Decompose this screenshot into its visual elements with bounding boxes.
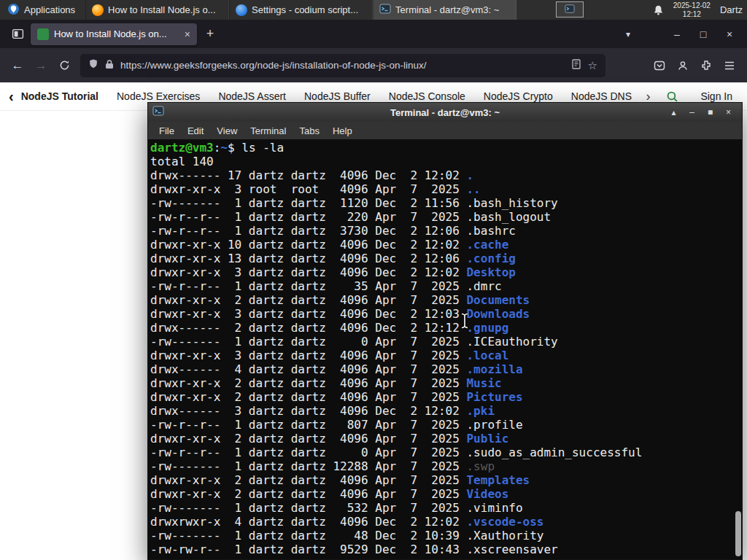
ls-file-name: .viminfo bbox=[466, 501, 522, 515]
nav-item-nodejs-exercises[interactable]: NodeJS Exercises bbox=[117, 90, 200, 102]
lock-icon[interactable] bbox=[105, 59, 114, 72]
taskbar-item-title: Settings - codium script... bbox=[252, 4, 366, 15]
ls-row-meta: drwxr-xr-x 2 dartz dartz 4096 Apr 7 2025 bbox=[150, 390, 466, 404]
ls-row: -rw------- 1 dartz dartz 12288 Apr 7 202… bbox=[150, 459, 742, 473]
gfg-favicon bbox=[37, 28, 49, 40]
ls-row: drwxr-xr-x 2 dartz dartz 4096 Apr 7 2025… bbox=[150, 390, 742, 404]
terminal-shade-button[interactable]: ▴ bbox=[665, 103, 683, 122]
terminal-titlebar[interactable]: Terminal - dartz@vm3: ~ ▴ – ■ × bbox=[148, 103, 742, 122]
list-all-tabs-icon[interactable]: ▾ bbox=[626, 29, 630, 39]
taskbar-item-firefox[interactable]: How to Install Node.js o... bbox=[85, 0, 229, 20]
nav-item-nodejs-dns[interactable]: NodeJS DNS bbox=[571, 90, 632, 102]
account-icon[interactable] bbox=[671, 54, 694, 77]
pocket-icon[interactable] bbox=[648, 54, 671, 77]
menu-view[interactable]: View bbox=[210, 123, 244, 139]
terminal-window-controls: ▴ – ■ × bbox=[665, 103, 738, 122]
reload-icon[interactable] bbox=[53, 54, 76, 77]
ls-row: -rw-r--r-- 1 dartz dartz 35 Apr 7 2025 .… bbox=[150, 279, 742, 293]
ls-row-meta: -rw------- 1 dartz dartz 532 Apr 7 2025 bbox=[150, 501, 466, 515]
forward-button[interactable]: → bbox=[29, 54, 53, 77]
terminal-maximize-button[interactable]: ■ bbox=[701, 103, 719, 122]
nav-item-nodejs-buffer[interactable]: NodeJS Buffer bbox=[304, 90, 371, 102]
menu-file[interactable]: File bbox=[152, 123, 181, 139]
ls-row-meta: -rw------- 1 dartz dartz 0 Apr 7 2025 bbox=[150, 335, 466, 349]
back-button[interactable]: ← bbox=[6, 54, 29, 77]
menu-help[interactable]: Help bbox=[326, 123, 359, 139]
ls-row-meta: drwx------ 3 dartz dartz 4096 Dec 2 12:0… bbox=[150, 404, 466, 418]
scrollbar-thumb[interactable] bbox=[735, 511, 741, 556]
terminal-menubar: File Edit View Terminal Tabs Help bbox=[148, 122, 742, 139]
tracking-shield-icon[interactable] bbox=[88, 58, 98, 72]
ls-dir-name: Music bbox=[466, 376, 501, 390]
ls-row-meta: -rw------- 1 dartz dartz 48 Dec 2 10:39 bbox=[150, 529, 466, 542]
prompt-dollar: $ bbox=[228, 141, 235, 155]
menu-edit[interactable]: Edit bbox=[181, 123, 210, 139]
new-tab-button[interactable]: + bbox=[200, 24, 220, 44]
ls-row-meta: drwxr-xr-x 2 dartz dartz 4096 Apr 7 2025 bbox=[150, 487, 466, 501]
notification-bell-icon[interactable] bbox=[653, 4, 664, 16]
nav-item-nodejs-tutorial[interactable]: NodeJS Tutorial bbox=[21, 90, 98, 102]
url-text[interactable]: https://www.geeksforgeeks.org/node-js/in… bbox=[120, 60, 565, 71]
total-line: total 140 bbox=[150, 155, 742, 168]
ls-file-name: .sudo_as_admin_successful bbox=[466, 446, 642, 459]
mouse-text-cursor bbox=[460, 312, 470, 332]
menu-hamburger-icon[interactable] bbox=[718, 54, 741, 77]
nav-item-nodejs-assert[interactable]: NodeJS Assert bbox=[218, 90, 286, 102]
tab-close-icon[interactable]: × bbox=[185, 28, 190, 40]
ls-row-meta: -rw-r--r-- 1 dartz dartz 35 Apr 7 2025 bbox=[150, 279, 466, 293]
firefox-view-icon[interactable] bbox=[7, 24, 28, 44]
ls-dir-name: .pki bbox=[466, 404, 495, 418]
ls-file-name: .bash_history bbox=[466, 196, 557, 210]
ls-file-name: .bashrc bbox=[466, 224, 515, 238]
ls-row: drwx------ 17 dartz dartz 4096 Dec 2 12:… bbox=[150, 168, 742, 182]
extensions-icon[interactable] bbox=[694, 54, 718, 77]
terminal-icon bbox=[379, 3, 391, 17]
ls-row-meta: -rw-r--r-- 1 dartz dartz 3730 Dec 2 12:0… bbox=[150, 224, 466, 238]
prompt-line: dartz@vm3:~$ ls -la bbox=[150, 141, 742, 155]
terminal-window-title: Terminal - dartz@vm3: ~ bbox=[148, 107, 742, 118]
terminal-minimize-button[interactable]: – bbox=[683, 103, 701, 122]
menu-tabs[interactable]: Tabs bbox=[293, 123, 325, 139]
ls-row-meta: drwxr-xr-x 2 dartz dartz 4096 Apr 7 2025 bbox=[150, 473, 466, 487]
browser-tab[interactable]: How to Install Node.js on... × bbox=[31, 23, 197, 45]
url-bar[interactable]: https://www.geeksforgeeks.org/node-js/in… bbox=[80, 54, 605, 77]
ls-dir-name: Desktop bbox=[466, 265, 515, 279]
nav-item-nodejs-console[interactable]: NodeJS Console bbox=[389, 90, 465, 102]
panel-user-label[interactable]: Dartz bbox=[720, 4, 743, 15]
terminal-icon bbox=[152, 105, 164, 120]
ls-dir-name: Videos bbox=[466, 487, 508, 501]
ls-row-meta: drwxr-xr-x 2 dartz dartz 4096 Apr 7 2025 bbox=[150, 376, 466, 390]
ls-row: drwx------ 4 dartz dartz 4096 Apr 7 2025… bbox=[150, 362, 742, 376]
bookmark-star-icon[interactable]: ☆ bbox=[588, 59, 597, 72]
search-icon[interactable] bbox=[666, 90, 678, 103]
applications-menu-button[interactable]: Applications bbox=[0, 0, 82, 20]
browser-close-button[interactable]: × bbox=[716, 28, 743, 40]
ls-row: -rw------- 1 dartz dartz 48 Dec 2 10:39 … bbox=[150, 529, 742, 542]
browser-minimize-button[interactable]: – bbox=[664, 28, 690, 40]
ls-row-meta: drwx------ 2 dartz dartz 4096 Dec 2 12:1… bbox=[150, 321, 466, 335]
pager-terminal-icon bbox=[565, 4, 575, 16]
browser-maximize-button[interactable]: □ bbox=[690, 28, 716, 40]
ls-row-meta: drwx------ 17 dartz dartz 4096 Dec 2 12:… bbox=[150, 168, 466, 182]
nav-item-nodejs-crypto[interactable]: NodeJS Crypto bbox=[484, 90, 553, 102]
ls-row-meta: drwxrwxr-x 4 dartz dartz 4096 Dec 2 12:0… bbox=[150, 515, 466, 529]
workspace-pager[interactable] bbox=[556, 1, 584, 18]
ls-row-meta: -rw------- 1 dartz dartz 1120 Dec 2 11:5… bbox=[150, 196, 466, 210]
terminal-scrollbar[interactable] bbox=[735, 141, 741, 558]
prompt-colon: : bbox=[214, 141, 221, 155]
ls-row: -rw-r--r-- 1 dartz dartz 220 Apr 7 2025 … bbox=[150, 210, 742, 224]
nav-scroll-left-icon[interactable]: ‹ bbox=[9, 88, 14, 105]
ls-dir-name: .cache bbox=[466, 238, 508, 252]
ls-file-name: .ICEauthority bbox=[466, 335, 557, 349]
ls-row: -rw-r--r-- 1 dartz dartz 0 Apr 7 2025 .s… bbox=[150, 446, 742, 459]
taskbar-item-terminal[interactable]: Terminal - dartz@vm3: ~ bbox=[373, 0, 516, 20]
terminal-content[interactable]: dartz@vm3:~$ ls -la total 140 drwx------… bbox=[148, 139, 742, 559]
reader-view-icon[interactable] bbox=[571, 59, 581, 72]
prompt-cwd: ~ bbox=[220, 141, 228, 155]
ls-row-meta: -rw-rw-r-- 1 dartz dartz 9529 Dec 2 10:4… bbox=[150, 542, 466, 556]
menu-terminal[interactable]: Terminal bbox=[244, 123, 293, 139]
ls-dir-name: .config bbox=[466, 252, 515, 265]
panel-clock[interactable]: 2025-12-02 12:12 bbox=[673, 1, 711, 18]
taskbar-item-codium[interactable]: Settings - codium script... bbox=[229, 0, 373, 20]
terminal-close-button[interactable]: × bbox=[719, 103, 738, 122]
